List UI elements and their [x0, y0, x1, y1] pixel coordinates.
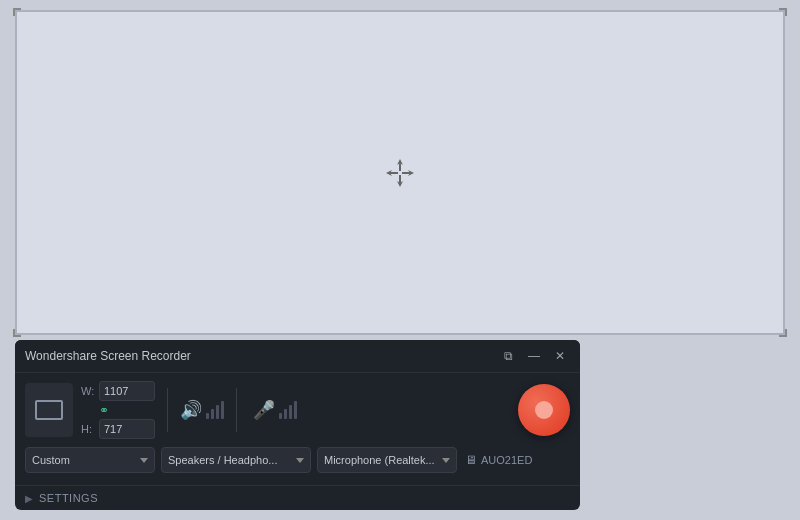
vbar-2	[211, 409, 214, 419]
resize-handle-br[interactable]	[779, 329, 787, 337]
move-cursor-icon	[384, 157, 416, 189]
mic-vbar-4	[294, 401, 297, 419]
mic-vbar-2	[284, 409, 287, 419]
vbar-3	[216, 405, 219, 419]
vertical-divider-1	[167, 388, 168, 432]
resize-handle-tl[interactable]	[13, 8, 21, 16]
panel-title: Wondershare Screen Recorder	[25, 349, 191, 363]
minimize-button[interactable]: —	[524, 346, 544, 366]
dimensions-wrap: W: ⚭ H:	[81, 381, 155, 439]
display-info: 🖥 AUO21ED	[465, 453, 532, 467]
maximize-button[interactable]: ⧉	[498, 346, 518, 366]
mic-button[interactable]: 🎤	[253, 399, 275, 421]
width-row: W:	[81, 381, 155, 401]
display-label: AUO21ED	[481, 454, 532, 466]
resize-handle-bl[interactable]	[13, 329, 21, 337]
resize-handle-tr[interactable]	[779, 8, 787, 16]
panel-body: W: ⚭ H: 🔊	[15, 373, 580, 483]
speakers-dropdown[interactable]: Speakers / Headpho...	[161, 447, 311, 473]
mic-volume-bars	[279, 401, 297, 419]
mic-section: 🎤	[253, 399, 297, 421]
settings-arrow: ▶	[25, 493, 33, 504]
mic-dropdown[interactable]: Microphone (Realtek...	[317, 447, 457, 473]
mic-icon: 🎤	[253, 399, 275, 421]
close-button[interactable]: ✕	[550, 346, 570, 366]
display-icon: 🖥	[465, 453, 477, 467]
mic-vbar-1	[279, 413, 282, 419]
link-icon[interactable]: ⚭	[99, 403, 109, 417]
vbar-1	[206, 413, 209, 419]
speaker-button[interactable]: 🔊	[180, 399, 202, 421]
height-input[interactable]	[99, 419, 155, 439]
speaker-icon: 🔊	[180, 399, 202, 421]
vertical-divider-2	[236, 388, 237, 432]
titlebar-buttons: ⧉ — ✕	[498, 346, 570, 366]
speaker-section: 🔊	[180, 399, 224, 421]
screen-icon-wrap	[25, 383, 73, 437]
record-button[interactable]	[518, 384, 570, 436]
panel-titlebar: Wondershare Screen Recorder ⧉ — ✕	[15, 340, 580, 373]
link-row: ⚭	[81, 403, 155, 417]
width-input[interactable]	[99, 381, 155, 401]
settings-label: SETTINGS	[39, 492, 98, 504]
capture-area[interactable]	[15, 10, 785, 335]
height-row: H:	[81, 419, 155, 439]
control-panel: Wondershare Screen Recorder ⧉ — ✕ W: ⚭	[15, 340, 580, 510]
dropdowns-row: Custom Full Screen 1280×720 1920×1080 Sp…	[25, 447, 570, 473]
controls-row: W: ⚭ H: 🔊	[25, 381, 570, 439]
width-label: W:	[81, 385, 95, 397]
custom-dropdown[interactable]: Custom Full Screen 1280×720 1920×1080	[25, 447, 155, 473]
screen-icon	[35, 400, 63, 420]
speaker-volume-bars	[206, 401, 224, 419]
height-label: H:	[81, 423, 95, 435]
vbar-4	[221, 401, 224, 419]
settings-row[interactable]: ▶ SETTINGS	[15, 485, 580, 510]
mic-vbar-3	[289, 405, 292, 419]
record-dot	[535, 401, 553, 419]
